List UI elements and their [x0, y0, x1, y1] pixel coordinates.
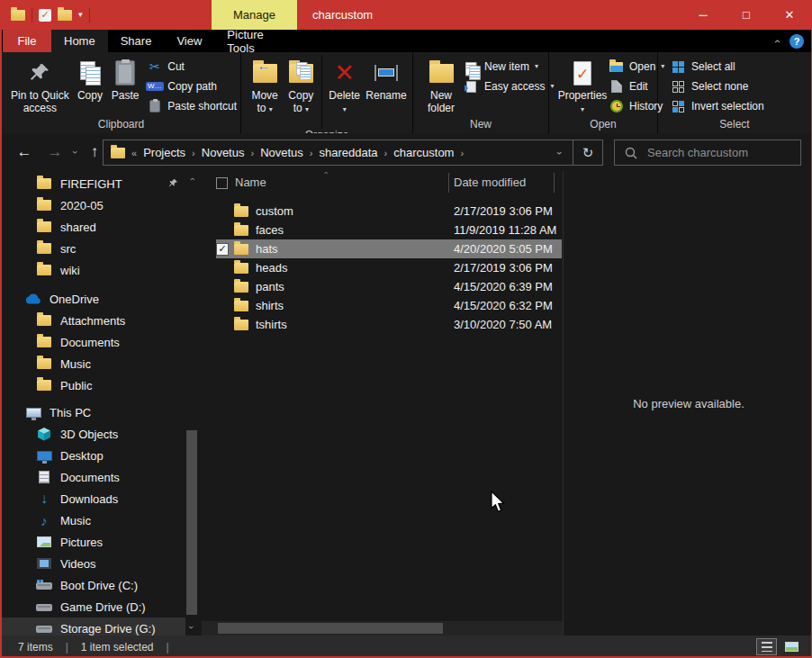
- sidebar-item-public[interactable]: Public: [2, 374, 185, 396]
- back-icon[interactable]: ←: [13, 133, 36, 171]
- up-icon[interactable]: ↑: [85, 133, 104, 171]
- breadcrumb-separator-icon[interactable]: ›: [244, 148, 260, 158]
- sidebar-item-downloads[interactable]: ↓ Downloads: [2, 488, 185, 509]
- delete-button[interactable]: ✕ Delete ▾: [325, 55, 364, 129]
- open-button[interactable]: Open ▾: [609, 59, 664, 75]
- sidebar-item-game-drive-d[interactable]: Game Drive (D:): [2, 596, 185, 617]
- sidebar-item-3d-objects[interactable]: 3D Objects: [2, 423, 185, 445]
- sidebar-item-desktop[interactable]: Desktop: [2, 445, 185, 466]
- file-row-custom[interactable]: custom 2/17/2019 3:06 PM: [216, 202, 562, 221]
- invert-selection-button[interactable]: Invert selection: [671, 98, 764, 114]
- maximize-button[interactable]: □: [725, 0, 768, 30]
- contextual-tab-manage[interactable]: Manage: [212, 0, 297, 30]
- tab-home[interactable]: Home: [51, 30, 108, 52]
- breadcrumb-item[interactable]: Novetus: [202, 146, 245, 159]
- scrollbar-thumb[interactable]: [186, 430, 197, 615]
- scroll-up-icon[interactable]: ›: [185, 173, 198, 185]
- move-to-button[interactable]: ← Move to ▾: [247, 55, 283, 129]
- sidebar-item-music-onedrive[interactable]: Music: [2, 353, 185, 374]
- edit-button[interactable]: Edit: [609, 78, 664, 95]
- file-row-hats[interactable]: ✓ hats 4/20/2020 5:05 PM: [216, 239, 562, 258]
- scroll-right-icon[interactable]: [550, 621, 563, 635]
- column-header-date-modified[interactable]: Date modified: [454, 176, 526, 189]
- search-input[interactable]: [645, 145, 780, 160]
- column-resize-handle[interactable]: [448, 173, 449, 193]
- close-button[interactable]: ✕: [768, 0, 811, 30]
- sidebar-item-videos[interactable]: Videos: [2, 553, 185, 574]
- details-view-button[interactable]: [756, 638, 777, 655]
- breadcrumb-separator-icon[interactable]: ›: [378, 148, 394, 158]
- paste-shortcut-button[interactable]: Paste shortcut: [147, 98, 237, 114]
- sidebar-item-documents[interactable]: Documents: [2, 466, 185, 488]
- folder-icon: [37, 221, 51, 232]
- cut-button[interactable]: ✂ Cut: [147, 59, 237, 75]
- sidebar-item-src[interactable]: src: [2, 238, 185, 259]
- breadcrumb-item[interactable]: charcustom: [393, 146, 454, 159]
- tab-file[interactable]: File: [3, 30, 51, 52]
- breadcrumb-item[interactable]: shareddata: [320, 146, 378, 159]
- sidebar-item-this-pc[interactable]: This PC: [2, 401, 185, 423]
- tab-share[interactable]: Share: [108, 30, 165, 52]
- file-row-tshirts[interactable]: tshirts 3/10/2020 7:50 AM: [216, 315, 562, 334]
- navigation-pane: FIREFIGHT 2020-05 shared src wiki: [2, 171, 198, 635]
- history-button[interactable]: History: [609, 98, 664, 114]
- pin-to-quick-access-button[interactable]: Pin to Quick access: [7, 55, 73, 118]
- rename-button[interactable]: Rename: [364, 55, 409, 129]
- sidebar-item-attachments[interactable]: Attachments: [2, 310, 185, 331]
- copy-to-button[interactable]: Copy to ▾: [283, 55, 319, 129]
- breadcrumb-separator-icon[interactable]: ›: [185, 148, 202, 158]
- select-all-checkbox[interactable]: [216, 177, 228, 189]
- refresh-icon[interactable]: ↻: [573, 145, 602, 161]
- button-label: Cut: [167, 60, 185, 73]
- file-row-heads[interactable]: heads 2/17/2019 3:06 PM: [216, 258, 562, 277]
- properties-button[interactable]: ✓ Properties ▾: [556, 55, 609, 118]
- copy-button[interactable]: Copy: [73, 55, 107, 118]
- scroll-down-icon[interactable]: ›: [185, 621, 198, 634]
- scroll-left-icon[interactable]: [202, 621, 214, 635]
- help-icon[interactable]: ?: [789, 34, 804, 49]
- sidebar-item-boot-drive-c[interactable]: Boot Drive (C:): [2, 574, 185, 596]
- search-box[interactable]: [614, 140, 801, 166]
- column-header-name[interactable]: Name: [235, 176, 266, 189]
- row-checkbox[interactable]: ✓: [216, 243, 229, 256]
- file-row-pants[interactable]: pants 4/15/2020 6:39 PM: [216, 277, 562, 296]
- file-row-faces[interactable]: faces 11/9/2019 11:28 AM: [216, 221, 562, 239]
- address-dropdown-icon[interactable]: ›: [555, 140, 565, 166]
- breadcrumb-item[interactable]: Projects: [143, 146, 185, 159]
- sidebar-item-firefight[interactable]: FIREFIGHT: [2, 173, 185, 194]
- sidebar-item-2020-05[interactable]: 2020-05: [2, 194, 185, 216]
- minimize-button[interactable]: ─: [681, 0, 725, 30]
- sidebar-item-documents-onedrive[interactable]: Documents: [2, 331, 185, 353]
- sidebar-item-music[interactable]: ♪ Music: [2, 509, 185, 531]
- sidebar-item-shared[interactable]: shared: [2, 216, 185, 238]
- breadcrumb-overflow-icon[interactable]: «: [125, 148, 143, 158]
- sidebar-item-pictures[interactable]: Pictures: [2, 531, 185, 553]
- sidebar-scrollbar[interactable]: › ›: [185, 171, 198, 635]
- breadcrumb-separator-icon[interactable]: ›: [454, 148, 470, 158]
- tab-view[interactable]: View: [164, 30, 214, 52]
- file-row-shirts[interactable]: shirts 4/15/2020 6:32 PM: [216, 296, 562, 315]
- breadcrumb-item[interactable]: Novetus: [260, 146, 303, 159]
- breadcrumb-separator-icon[interactable]: ›: [303, 148, 320, 158]
- sidebar-item-onedrive[interactable]: OneDrive: [2, 288, 185, 310]
- horizontal-scrollbar[interactable]: [202, 621, 563, 635]
- paste-button[interactable]: Paste: [107, 55, 143, 118]
- address-bar[interactable]: « Projects › Novetus › Novetus › sharedd…: [103, 140, 603, 166]
- new-folder-button[interactable]: New folder: [424, 55, 458, 118]
- collapse-ribbon-icon[interactable]: ›: [771, 40, 783, 43]
- thumbnail-view-button[interactable]: [781, 638, 802, 655]
- folder-icon[interactable]: [11, 10, 25, 21]
- copy-path-button[interactable]: W… Copy path: [147, 78, 237, 95]
- qat-dropdown-icon[interactable]: ▾: [78, 11, 83, 19]
- easy-access-button[interactable]: Easy access ▾: [464, 78, 554, 95]
- sidebar-item-wiki[interactable]: wiki: [2, 259, 185, 281]
- tab-picture-tools[interactable]: Picture Tools: [214, 30, 300, 52]
- new-item-button[interactable]: New item ▾: [464, 59, 554, 75]
- select-all-button[interactable]: Select all: [671, 59, 764, 75]
- properties-quick-icon[interactable]: ✓: [39, 9, 51, 22]
- folder-icon[interactable]: [58, 10, 72, 21]
- select-none-button[interactable]: Select none: [671, 78, 764, 95]
- column-resize-handle[interactable]: [554, 173, 555, 193]
- sidebar-item-storage-drive-g[interactable]: Storage Drive (G:): [2, 617, 185, 635]
- scrollbar-thumb[interactable]: [218, 623, 443, 634]
